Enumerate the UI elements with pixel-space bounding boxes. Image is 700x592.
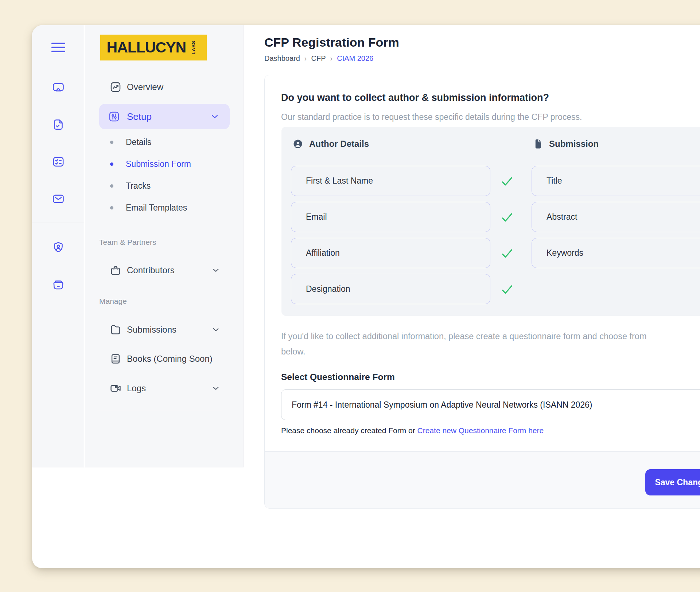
chevron-down-icon <box>211 325 221 335</box>
logo-suffix-text: LABS <box>191 41 196 54</box>
field-row: Title <box>532 166 700 196</box>
field-affiliation[interactable]: Affiliation <box>291 238 490 268</box>
form-question: Do you want to collect author & submissi… <box>281 92 549 103</box>
breadcrumb-current: CIAM 2026 <box>337 54 373 63</box>
icon-rail <box>32 25 84 467</box>
field-row: Email <box>291 202 514 232</box>
breadcrumb-cfp[interactable]: CFP <box>311 54 326 63</box>
sidebar-subitem-tracks[interactable]: Tracks <box>85 177 243 195</box>
field-email[interactable]: Email <box>291 202 490 232</box>
setup-sliders-icon <box>108 110 120 123</box>
screen-share-icon[interactable] <box>52 81 65 94</box>
fields-panel: Author Details Submission First & Last N… <box>281 127 700 316</box>
author-details-header: Author Details <box>292 138 369 149</box>
field-designation[interactable]: Designation <box>291 274 490 304</box>
sidebar-item-label: Setup <box>127 111 152 122</box>
field-abstract[interactable]: Abstract <box>532 202 700 232</box>
bullet-icon <box>110 141 113 144</box>
sidebar-item-overview[interactable]: Overview <box>85 78 243 96</box>
additional-info-text: If you'd like to collect additional info… <box>281 332 647 341</box>
file-check-icon[interactable] <box>52 118 65 131</box>
questionnaire-form-select[interactable]: Form #14 - International Symposium on Ad… <box>281 389 700 420</box>
submission-header: Submission <box>532 138 599 149</box>
additional-info-text: below. <box>281 347 306 357</box>
submission-fields-column: Title Abstract Keywords <box>532 166 700 274</box>
field-row: Abstract <box>532 202 700 232</box>
section-label-team-partners: Team & Partners <box>99 238 156 247</box>
check-icon <box>500 246 514 260</box>
checklist-icon[interactable] <box>52 155 65 168</box>
logo-text: HALLUCYN <box>107 39 186 56</box>
breadcrumb: Dashboard › CFP › CIAM 2026 <box>264 54 373 63</box>
field-first-last-name[interactable]: First & Last Name <box>291 166 490 196</box>
author-fields-column: First & Last Name Email Affiliation Desi… <box>291 166 514 310</box>
brand-logo[interactable]: HALLUCYN LABS <box>100 35 207 60</box>
briefcase-icon <box>109 264 122 277</box>
breadcrumb-separator: › <box>330 54 333 63</box>
helper-text: Please choose already created Form or Cr… <box>281 426 544 435</box>
chevron-down-icon <box>211 383 221 393</box>
chevron-down-icon <box>211 265 221 275</box>
field-row: Affiliation <box>291 238 514 268</box>
sidebar-item-submissions[interactable]: Submissions <box>85 321 243 338</box>
field-title[interactable]: Title <box>532 166 700 196</box>
bullet-icon <box>110 206 113 209</box>
document-icon <box>532 138 543 149</box>
page-title: CFP Registration Form <box>264 35 399 50</box>
folder-icon <box>109 324 122 336</box>
field-row: Keywords <box>532 238 700 268</box>
field-keywords[interactable]: Keywords <box>532 238 700 268</box>
main-content: CFP Registration Form Dashboard › CFP › … <box>244 25 700 568</box>
bullet-icon <box>110 162 113 166</box>
sidebar-item-contributors[interactable]: Contributors <box>85 262 243 279</box>
form-hint: Our standard practice is to request thes… <box>281 112 582 122</box>
form-footer: Save Changes <box>265 451 700 508</box>
sidebar-item-setup[interactable]: Setup <box>99 104 230 129</box>
rail-divider <box>32 223 84 223</box>
shield-user-icon[interactable] <box>52 241 65 254</box>
breadcrumb-separator: › <box>304 54 307 63</box>
sidebar-item-logs[interactable]: Logs <box>85 380 243 397</box>
app-window: HALLUCYN LABS Overview Setup Details Sub… <box>32 25 700 568</box>
sidebar-subitem-email-templates[interactable]: Email Templates <box>85 199 243 216</box>
cfp-form-card: Do you want to collect author & submissi… <box>264 75 700 509</box>
sidebar-item-label: Overview <box>127 82 163 92</box>
breadcrumb-dashboard[interactable]: Dashboard <box>264 54 300 63</box>
user-circle-icon <box>292 138 303 149</box>
hamburger-icon[interactable] <box>51 43 65 52</box>
bullet-icon <box>110 184 113 188</box>
sidebar-subitem-submission-form[interactable]: Submission Form <box>85 155 243 173</box>
field-row: First & Last Name <box>291 166 514 196</box>
archive-icon[interactable] <box>52 278 65 291</box>
book-icon <box>109 353 122 365</box>
save-changes-button[interactable]: Save Changes <box>645 469 700 495</box>
overview-chart-icon <box>109 81 122 93</box>
select-questionnaire-label: Select Questionnaire Form <box>281 372 395 382</box>
check-icon <box>500 282 514 297</box>
questionnaire-form-value: Form #14 - International Symposium on Ad… <box>292 400 592 410</box>
sidebar-item-books[interactable]: Books (Coming Soon) <box>85 350 243 368</box>
field-row: Designation <box>291 274 514 304</box>
sidebar-divider <box>97 411 222 411</box>
sidebar: HALLUCYN LABS Overview Setup Details Sub… <box>85 25 244 467</box>
sidebar-subitem-details[interactable]: Details <box>85 133 243 151</box>
mail-icon[interactable] <box>52 192 65 205</box>
section-label-manage: Manage <box>99 297 127 306</box>
create-questionnaire-link[interactable]: Create new Questionnaire Form here <box>417 426 544 435</box>
video-camera-icon <box>109 382 122 395</box>
chevron-down-icon <box>209 111 220 122</box>
check-icon <box>500 174 514 188</box>
check-icon <box>500 210 514 224</box>
